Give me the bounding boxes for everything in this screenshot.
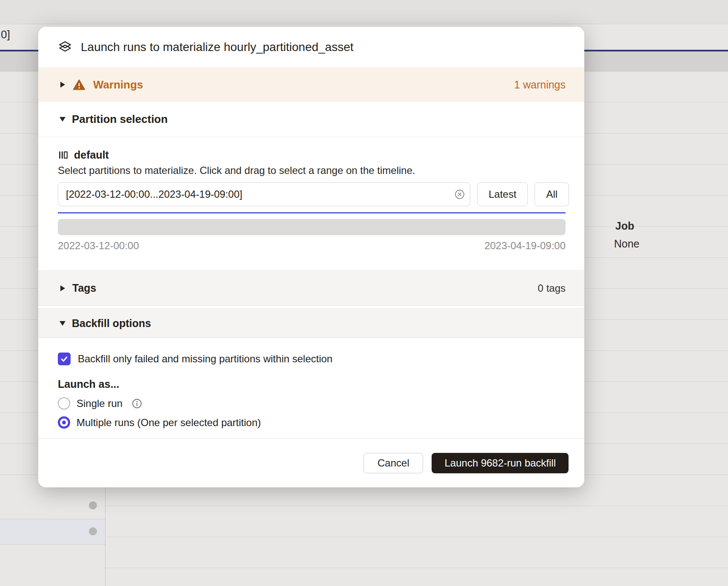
status-dot — [89, 501, 97, 509]
partition-range-input-wrap — [58, 182, 470, 206]
background-job-column-value: None — [614, 238, 640, 250]
partition-timeline-bar[interactable] — [58, 219, 566, 235]
caret-right-icon — [60, 82, 65, 88]
check-icon — [60, 355, 68, 363]
dialog-footer: Cancel Launch 9682-run backfill — [38, 438, 584, 487]
partition-range-input[interactable] — [58, 182, 470, 206]
multiple-runs-label: Multiple runs (One per selected partitio… — [77, 417, 261, 429]
backfill-options-section-header[interactable]: Backfill options — [38, 308, 584, 338]
warnings-section-header[interactable]: Warnings 1 warnings — [38, 67, 584, 102]
backfill-only-failed-label: Backfill only failed and missing partiti… — [78, 353, 333, 365]
dialog-title: Launch runs to materialize hourly_partit… — [81, 40, 353, 54]
tags-count: 0 tags — [538, 282, 566, 294]
partition-dimension-icon — [58, 150, 68, 160]
latest-button[interactable]: Latest — [477, 182, 528, 206]
clear-input-icon[interactable] — [454, 189, 465, 200]
info-icon[interactable] — [131, 398, 142, 409]
backfill-options-label: Backfill options — [72, 317, 151, 330]
partition-range-row: Latest All — [58, 182, 566, 206]
partition-timeline: 2022-03-12-00:00 2023-04-19-09:00 — [58, 212, 566, 252]
backfill-only-failed-row: Backfill only failed and missing partiti… — [58, 353, 565, 365]
tags-label: Tags — [72, 282, 97, 294]
caret-down-icon — [60, 321, 65, 326]
single-run-radio[interactable] — [58, 397, 70, 410]
warnings-count: 1 warnings — [514, 79, 566, 91]
background-job-column-header: Job — [615, 220, 634, 232]
launch-backfill-dialog: Launch runs to materialize hourly_partit… — [38, 27, 584, 487]
partition-selection-section-header[interactable]: Partition selection — [38, 102, 584, 137]
screen: 0] Job None Launch runs to materialize h… — [0, 0, 728, 586]
asset-layers-icon — [58, 40, 72, 54]
warning-icon — [73, 78, 85, 91]
tags-section-header[interactable]: Tags 0 tags — [38, 270, 584, 306]
partition-selection-label: Partition selection — [72, 113, 168, 126]
dialog-header: Launch runs to materialize hourly_partit… — [38, 27, 584, 67]
backfill-options-body: Backfill only failed and missing partiti… — [38, 338, 584, 429]
timeline-start-label: 2022-03-12-00:00 — [58, 240, 139, 252]
single-run-option: Single run — [58, 397, 565, 410]
launch-as-label: Launch as... — [58, 378, 565, 390]
multiple-runs-option: Multiple runs (One per selected partitio… — [58, 416, 565, 429]
launch-backfill-button[interactable]: Launch 9682-run backfill — [432, 453, 569, 473]
single-run-label: Single run — [77, 398, 122, 410]
background-clipped-text: 0] — [1, 28, 10, 41]
cancel-button[interactable]: Cancel — [364, 453, 424, 473]
partition-selection-body: default Select partitions to materialize… — [38, 137, 584, 252]
caret-down-icon — [60, 117, 65, 122]
partition-help-text: Select partitions to materialize. Click … — [58, 165, 566, 176]
timeline-end-label: 2023-04-19-09:00 — [484, 240, 566, 252]
background-top-strip — [0, 0, 728, 24]
caret-right-icon — [60, 285, 65, 291]
backfill-only-failed-checkbox[interactable] — [58, 353, 71, 365]
partition-timeline-labels: 2022-03-12-00:00 2023-04-19-09:00 — [58, 240, 566, 252]
partition-dimension-row: default — [58, 149, 566, 161]
all-button[interactable]: All — [535, 182, 569, 206]
partition-dimension-name: default — [74, 149, 109, 161]
multiple-runs-radio[interactable] — [58, 416, 70, 429]
warnings-label: Warnings — [93, 78, 143, 91]
background-left-column — [0, 487, 105, 586]
status-dot — [89, 527, 97, 535]
